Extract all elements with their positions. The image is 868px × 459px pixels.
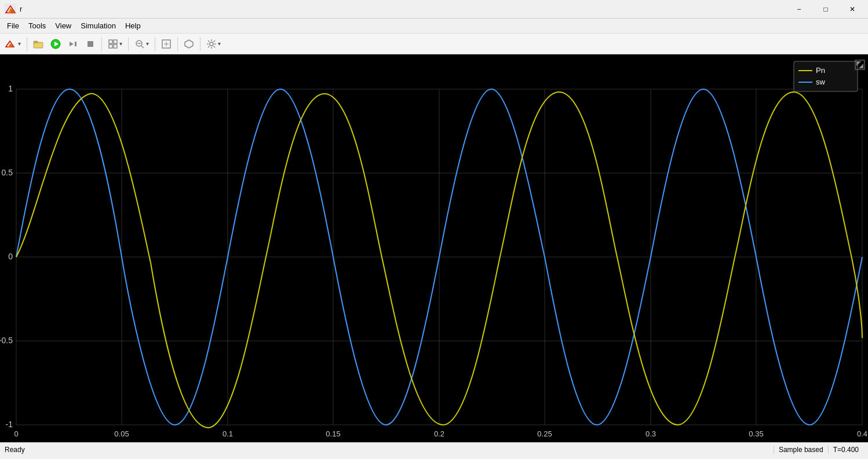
matlab-logo-button[interactable]: ▾ [2,36,24,52]
layout-button[interactable]: ▾ [105,36,125,52]
fit-icon [161,39,172,49]
svg-text:0: 0 [8,252,13,261]
toolbar-sep-2 [101,37,102,51]
svg-text:sw: sw [816,78,826,86]
open-icon [33,39,43,49]
fit-button[interactable] [158,36,174,52]
title-bar: r − □ ✕ [0,0,868,19]
svg-text:-1: -1 [6,420,13,429]
zoom-icon [134,39,145,49]
step-button[interactable] [65,36,81,52]
layout-icon [108,39,118,49]
svg-rect-9 [34,43,42,47]
svg-text:0.35: 0.35 [749,429,763,438]
status-bar: Ready Sample based T=0.400 [0,442,868,456]
svg-rect-64 [794,61,858,91]
svg-line-32 [214,46,216,47]
toolbar: ▾ ▾ [0,34,868,54]
svg-text:0.2: 0.2 [434,429,444,438]
toolbar-sep-3 [128,37,129,51]
svg-rect-17 [109,45,112,48]
stop-icon [85,39,96,49]
svg-text:0.4: 0.4 [857,429,867,438]
menu-file[interactable]: File [2,20,24,31]
zoom-button[interactable]: ▾ [132,36,152,52]
menu-bar: File Tools View Simulation Help [0,19,868,34]
signal-icon [184,39,194,49]
stop-button[interactable] [82,36,99,52]
svg-line-20 [141,46,144,48]
toolbar-sep-6 [200,37,200,51]
svg-text:0.3: 0.3 [645,429,656,438]
svg-text:0.1: 0.1 [223,429,233,438]
toolbar-sep-4 [155,37,155,51]
svg-text:0.15: 0.15 [326,429,340,438]
svg-line-34 [208,46,210,47]
svg-rect-8 [34,41,38,43]
play-button[interactable] [48,36,64,52]
svg-point-26 [210,42,213,46]
plot-svg[interactable]: 1 0.5 0 -0.5 -1 0 0.05 0.1 0.15 0.2 0.25… [0,54,868,442]
svg-rect-16 [114,40,117,43]
play-icon [50,39,61,49]
time-label: T=0.400 [828,446,863,454]
svg-rect-13 [75,42,76,46]
plot-container: 1 0.5 0 -0.5 -1 0 0.05 0.1 0.15 0.2 0.25… [0,54,868,442]
app-icon [5,3,16,15]
maximize-button[interactable]: □ [812,0,839,19]
svg-line-33 [214,41,216,42]
svg-marker-12 [70,42,74,46]
svg-rect-35 [0,54,868,442]
status-right: Sample based T=0.400 [774,446,863,454]
toolbar-sep-1 [27,37,27,51]
step-icon [68,39,78,49]
minimize-button[interactable]: − [786,0,812,19]
close-button[interactable]: ✕ [839,0,866,19]
svg-text:Pn: Pn [816,66,825,75]
matlab-logo-icon [5,39,17,49]
svg-text:-0.5: -0.5 [0,336,13,345]
svg-rect-15 [109,40,112,43]
toolbar-sep-5 [177,37,178,51]
svg-rect-18 [114,45,117,48]
settings-icon [206,39,217,49]
menu-view[interactable]: View [50,20,76,31]
svg-text:0: 0 [14,429,18,438]
menu-tools[interactable]: Tools [24,20,50,31]
menu-simulation[interactable]: Simulation [76,20,121,31]
svg-line-31 [208,41,210,42]
ready-status: Ready [5,446,25,454]
svg-text:1: 1 [8,84,13,93]
window-controls: − □ ✕ [786,0,866,19]
svg-rect-14 [87,41,93,47]
signal-button[interactable] [181,36,197,52]
title-text: r [20,5,22,13]
sample-based-label: Sample based [774,446,828,454]
svg-marker-25 [185,40,193,48]
settings-button[interactable]: ▾ [203,36,224,52]
svg-text:0.05: 0.05 [114,429,129,438]
svg-text:0.25: 0.25 [537,429,552,438]
svg-text:0.5: 0.5 [2,168,13,177]
open-button[interactable] [30,36,46,52]
menu-help[interactable]: Help [121,20,145,31]
